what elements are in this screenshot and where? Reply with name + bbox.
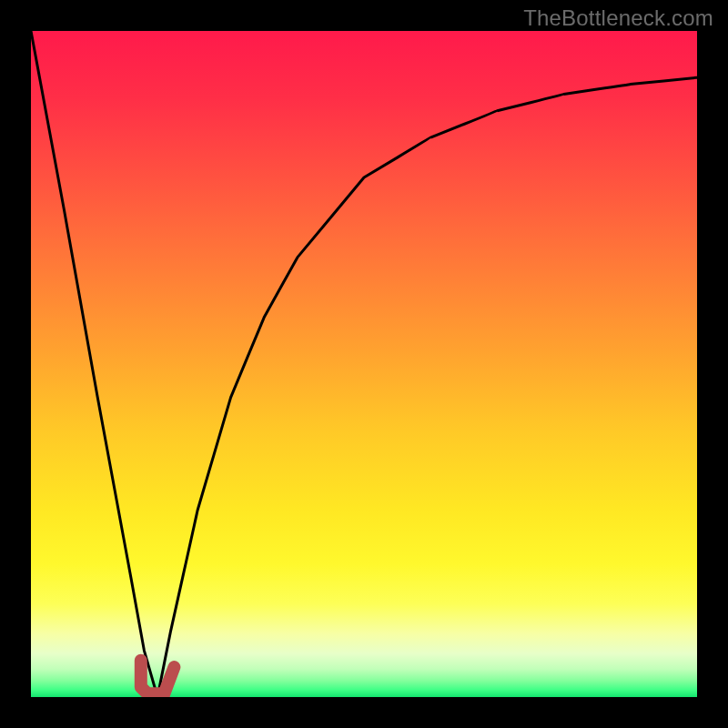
line-left [31, 31, 157, 697]
curve-layer [31, 31, 697, 697]
plot-area [31, 31, 697, 697]
outer-frame: TheBottleneck.com [0, 0, 728, 728]
line-right [157, 77, 697, 697]
watermark-text: TheBottleneck.com [523, 5, 713, 31]
j-marker [141, 661, 175, 694]
